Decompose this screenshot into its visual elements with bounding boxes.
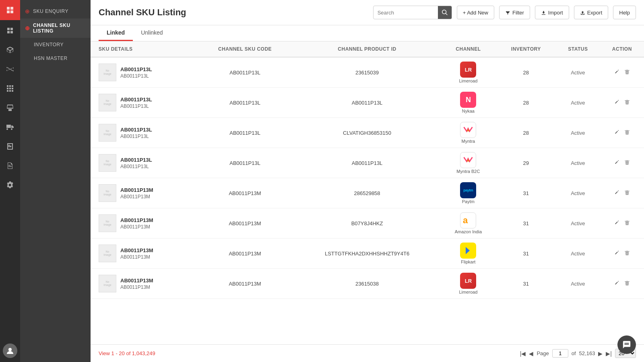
action-cell — [600, 118, 644, 148]
delete-icon[interactable] — [624, 280, 630, 288]
channel-name: Limeroad — [459, 290, 477, 294]
action-cell — [600, 269, 644, 299]
user-avatar[interactable] — [3, 343, 17, 358]
sku-image: NoImage — [99, 94, 116, 111]
sku-details-cell: NoImage AB0011P13M AB0011P13M — [91, 239, 196, 269]
nav-icon-orders[interactable] — [0, 99, 20, 117]
channel-product-id-cell: 23615039 — [294, 57, 441, 88]
table-row: NoImage AB0011P13M AB0011P13M AB0011P13M… — [91, 239, 644, 269]
icon-bar — [0, 0, 20, 362]
col-status: STATUS — [556, 41, 600, 57]
channel-name: Nykaa — [462, 109, 475, 113]
status-cell: Active — [556, 57, 600, 88]
import-button[interactable]: Import — [535, 6, 569, 19]
chat-bubble[interactable] — [617, 335, 636, 354]
edit-icon[interactable] — [613, 129, 620, 137]
delete-icon[interactable] — [624, 250, 630, 257]
status-cell: Active — [556, 269, 600, 299]
channel-cell: a Amazon India — [440, 208, 496, 239]
sku-details-cell: NoImage AB0011P13L AB0011P13L — [91, 57, 196, 88]
action-cell — [600, 239, 644, 269]
delete-icon[interactable] — [624, 99, 630, 107]
prev-page-nav[interactable]: ◀ — [529, 350, 533, 357]
sku-sub: AB0011P13L — [120, 164, 152, 169]
nav-icon-truck[interactable] — [0, 118, 20, 136]
delete-icon[interactable] — [624, 220, 630, 227]
channel-sku-code-cell: AB0011P13L — [196, 88, 293, 118]
channel-sku-code-cell: AB0011P13M — [196, 239, 293, 269]
sku-name: AB0011P13M — [120, 187, 153, 193]
edit-icon[interactable] — [613, 69, 620, 76]
delete-icon[interactable] — [624, 69, 630, 76]
delete-icon[interactable] — [624, 159, 630, 167]
tabs-bar: Linked Unlinked — [91, 25, 644, 41]
edit-icon[interactable] — [613, 280, 620, 288]
sidebar-item-sku-enquiry[interactable]: ⊕ SKU Enquiry — [20, 4, 91, 19]
app-logo[interactable] — [0, 0, 20, 20]
inventory-cell: 31 — [496, 239, 556, 269]
sku-name: AB0011P13L — [120, 157, 152, 163]
sidebar: ⊕ SKU Enquiry ⊕ Channel SKU Listing Inve… — [20, 0, 91, 362]
delete-icon[interactable] — [624, 129, 630, 137]
channel-product-id-cell: 286529858 — [294, 178, 441, 208]
channel-name: Myntra — [462, 139, 475, 144]
last-page-nav[interactable]: ▶| — [606, 350, 612, 357]
search-input[interactable] — [374, 10, 438, 16]
filter-button[interactable]: Filter — [499, 6, 530, 19]
edit-icon[interactable] — [613, 250, 620, 257]
sku-name: AB0011P13M — [120, 217, 153, 223]
nav-icon-dashboard[interactable] — [0, 22, 20, 39]
inventory-cell: 31 — [496, 178, 556, 208]
nav-icon-docs[interactable] — [0, 157, 20, 175]
nav-icon-grid[interactable] — [0, 80, 20, 97]
sku-table: SKU DETAILS CHANNEL SKU CODE CHANNEL PRO… — [91, 41, 644, 299]
table-row: NoImage AB0011P13M AB0011P13M AB0011P13M… — [91, 208, 644, 239]
edit-icon[interactable] — [613, 159, 620, 167]
channel-sku-code-cell: AB0011P13M — [196, 178, 293, 208]
status-cell: Active — [556, 88, 600, 118]
action-cell — [600, 208, 644, 239]
search-button[interactable] — [438, 6, 452, 19]
sku-sub: AB0011P13L — [120, 103, 152, 109]
page-input[interactable] — [552, 349, 568, 358]
next-page-nav[interactable]: ▶ — [598, 350, 603, 357]
import-label: Import — [548, 10, 563, 16]
sku-sub: AB0011P13L — [120, 134, 152, 139]
nav-icon-shuffle[interactable] — [0, 60, 20, 78]
first-page-nav[interactable]: |◀ — [520, 350, 526, 357]
col-inventory: INVENTORY — [496, 41, 556, 57]
help-button[interactable]: Help — [613, 6, 636, 19]
action-cell — [600, 57, 644, 88]
action-cell — [600, 88, 644, 118]
col-action: ACTION — [600, 41, 644, 57]
tab-unlinked[interactable]: Unlinked — [133, 25, 171, 41]
sku-image: NoImage — [99, 214, 116, 232]
channel-cell: Myntra B2C — [440, 148, 496, 178]
sidebar-item-channel-sku[interactable]: ⊕ Channel SKU Listing — [20, 19, 91, 38]
channel-product-id-cell: AB0011P13L — [294, 88, 441, 118]
edit-icon[interactable] — [613, 189, 620, 197]
delete-icon[interactable] — [624, 189, 630, 197]
sku-sub: AB0011P13M — [120, 224, 153, 230]
table-header-row: SKU DETAILS CHANNEL SKU CODE CHANNEL PRO… — [91, 41, 644, 57]
add-new-button[interactable]: + Add New — [457, 6, 494, 19]
footer: View 1 - 20 of 1,043,249 |◀ ◀ Page of 52… — [91, 344, 644, 362]
export-button[interactable]: Export — [574, 6, 609, 19]
action-cell — [600, 148, 644, 178]
svg-rect-0 — [5, 5, 15, 15]
sku-image: NoImage — [99, 124, 116, 142]
sku-image: NoImage — [99, 275, 116, 292]
nav-icon-settings[interactable] — [0, 176, 20, 194]
edit-icon[interactable] — [613, 99, 620, 107]
channel-name: Flipkart — [461, 259, 475, 264]
nav-icon-reports[interactable] — [0, 138, 20, 155]
sidebar-item-hsn[interactable]: HSN Master — [20, 51, 91, 65]
tab-linked[interactable]: Linked — [99, 25, 133, 41]
edit-icon[interactable] — [613, 220, 620, 227]
sidebar-item-inventory[interactable]: Inventory — [20, 38, 91, 51]
nav-icon-products[interactable] — [0, 41, 20, 59]
sku-details-cell: NoImage AB0011P13M AB0011P13M — [91, 208, 196, 239]
channel-sku-code-cell: AB0011P13L — [196, 118, 293, 148]
inventory-cell: 28 — [496, 57, 556, 88]
inventory-cell: 28 — [496, 88, 556, 118]
